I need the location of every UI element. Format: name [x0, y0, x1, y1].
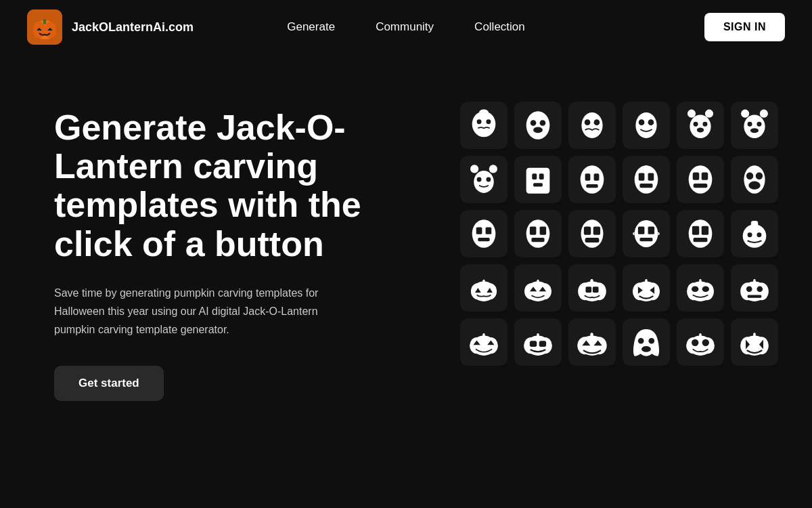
grid-item-26[interactable] [514, 318, 562, 366]
svg-rect-73 [638, 227, 645, 234]
grid-item-9[interactable] [568, 156, 616, 203]
grid-item-3[interactable] [568, 102, 616, 149]
grid-item-27[interactable] [568, 318, 616, 366]
grid-item-18[interactable] [731, 210, 778, 257]
grid-item-7[interactable] [460, 156, 508, 203]
svg-point-19 [639, 119, 645, 125]
nav-generate[interactable]: Generate [287, 20, 335, 33]
get-started-button[interactable]: Get started [54, 366, 164, 401]
svg-rect-149 [753, 333, 755, 339]
svg-rect-67 [531, 238, 544, 242]
svg-rect-4 [43, 19, 46, 24]
grid-item-4[interactable] [623, 102, 670, 149]
grid-item-17[interactable] [677, 210, 724, 257]
hero-subtitle: Save time by generating pumpkin carving … [54, 284, 345, 339]
svg-point-144 [692, 339, 698, 346]
svg-rect-44 [594, 173, 600, 180]
nav-community[interactable]: Community [376, 20, 434, 33]
svg-rect-129 [530, 341, 537, 347]
svg-rect-60 [476, 227, 482, 234]
svg-rect-122 [482, 333, 484, 340]
icon-grid [460, 95, 778, 366]
grid-item-29[interactable] [677, 318, 724, 366]
grid-item-8[interactable] [514, 156, 562, 203]
svg-point-21 [690, 114, 710, 138]
svg-point-22 [687, 110, 696, 118]
svg-point-72 [635, 220, 658, 247]
svg-rect-43 [585, 173, 591, 180]
grid-item-25[interactable] [460, 318, 508, 366]
svg-point-34 [470, 165, 478, 173]
grid-item-5[interactable] [677, 102, 724, 149]
svg-rect-75 [639, 238, 652, 241]
svg-rect-49 [639, 184, 652, 188]
grid-item-6[interactable] [731, 102, 778, 149]
svg-rect-115 [753, 279, 755, 285]
svg-point-20 [648, 119, 654, 125]
svg-rect-78 [702, 226, 708, 235]
svg-point-117 [757, 286, 763, 292]
svg-point-27 [744, 114, 765, 138]
grid-item-20[interactable] [514, 264, 562, 312]
svg-rect-118 [748, 295, 762, 297]
svg-point-56 [746, 173, 753, 179]
svg-rect-143 [699, 333, 701, 340]
grid-item-28[interactable] [623, 318, 670, 366]
svg-point-25 [702, 122, 707, 127]
grid-item-23[interactable] [677, 264, 724, 312]
svg-point-139 [641, 346, 651, 352]
svg-point-58 [748, 182, 760, 190]
svg-point-36 [477, 177, 482, 182]
svg-rect-109 [699, 279, 701, 286]
grid-item-30[interactable] [731, 318, 778, 366]
grid-item-2[interactable] [514, 102, 562, 149]
grid-item-14[interactable] [514, 210, 562, 257]
grid-item-21[interactable] [568, 264, 616, 312]
svg-rect-70 [593, 227, 600, 235]
svg-rect-77 [692, 226, 699, 235]
grid-item-12[interactable] [731, 156, 778, 203]
svg-rect-38 [526, 168, 550, 194]
svg-point-18 [635, 112, 656, 138]
svg-rect-66 [540, 227, 547, 235]
svg-rect-47 [639, 173, 645, 180]
svg-rect-105 [645, 279, 647, 285]
svg-point-57 [756, 173, 763, 179]
svg-point-35 [489, 165, 497, 173]
nav-brand: JackOLanternAi.com [27, 9, 194, 45]
grid-item-24[interactable] [731, 264, 778, 312]
grid-item-22[interactable] [623, 264, 670, 312]
svg-rect-71 [585, 238, 600, 242]
svg-point-111 [702, 286, 709, 292]
grid-item-16[interactable] [623, 210, 670, 257]
hero-section: Generate Jack-O-Lantern carving template… [54, 95, 406, 401]
svg-rect-62 [478, 238, 489, 241]
grid-item-13[interactable] [460, 210, 508, 257]
svg-point-13 [540, 120, 546, 126]
svg-point-23 [705, 110, 713, 118]
svg-rect-40 [539, 173, 544, 179]
nav-collection[interactable]: Collection [474, 20, 525, 33]
grid-item-19[interactable] [460, 264, 508, 312]
svg-rect-128 [537, 333, 539, 340]
svg-rect-52 [693, 173, 700, 180]
grid-item-1[interactable] [460, 102, 508, 149]
svg-point-116 [746, 286, 752, 292]
svg-point-11 [526, 111, 550, 140]
svg-point-83 [757, 232, 761, 237]
navbar: JackOLanternAi.com Generate Community Co… [0, 0, 812, 54]
grid-item-15[interactable] [568, 210, 616, 257]
svg-rect-53 [702, 173, 708, 180]
site-title: JackOLanternAi.com [72, 20, 194, 35]
svg-point-29 [760, 110, 768, 118]
grid-item-10[interactable] [623, 156, 670, 203]
sign-in-button[interactable]: SIGN IN [704, 13, 785, 41]
svg-point-110 [692, 286, 698, 292]
svg-point-51 [689, 165, 713, 194]
svg-point-37 [486, 177, 491, 182]
svg-point-145 [702, 339, 709, 346]
nav-links: Generate Community Collection [287, 20, 525, 34]
grid-item-11[interactable] [677, 156, 724, 203]
svg-rect-69 [584, 227, 591, 235]
svg-point-24 [694, 122, 698, 127]
